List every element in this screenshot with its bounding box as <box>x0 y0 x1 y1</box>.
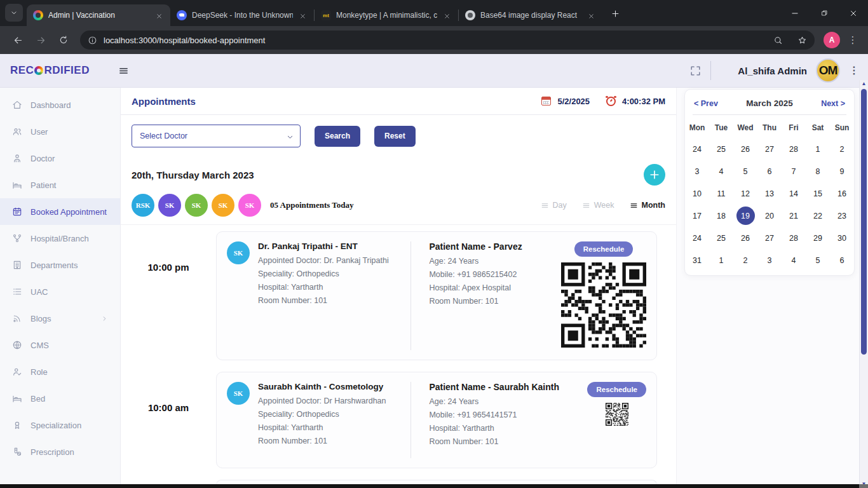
calendar-day[interactable]: 3 <box>685 160 709 182</box>
appointment-avatar-chip[interactable]: SK <box>212 194 234 217</box>
sidebar-item-cms[interactable]: CMS <box>0 332 120 358</box>
calendar-day-selected[interactable]: 19 <box>733 205 757 227</box>
sidebar-item-hospital-branch[interactable]: Hospital/Branch <box>0 225 120 252</box>
calendar-prev-link[interactable]: < Prev <box>694 99 718 108</box>
doctor-select[interactable]: Select Doctor <box>132 125 301 147</box>
calendar-day[interactable]: 20 <box>757 205 782 227</box>
calendar-day[interactable]: 2 <box>830 138 854 160</box>
appointment-avatar-chip[interactable]: SK <box>158 194 181 217</box>
calendar-day[interactable]: 17 <box>685 205 709 227</box>
reload-button[interactable] <box>53 30 74 50</box>
admin-avatar[interactable]: OM <box>816 58 840 83</box>
calendar-day[interactable]: 4 <box>709 160 733 182</box>
sidebar-item-booked-appointment[interactable]: Booked Appointment <box>0 198 120 225</box>
forward-button[interactable] <box>31 30 51 50</box>
tab-close-icon[interactable] <box>587 10 596 20</box>
calendar-day[interactable]: 5 <box>806 249 830 271</box>
sidebar-item-departments[interactable]: Departments <box>0 252 120 278</box>
appointment-avatar-chip[interactable]: RSK <box>132 194 154 217</box>
calendar-day[interactable]: 25 <box>709 227 733 249</box>
calendar-day[interactable]: 8 <box>806 160 830 182</box>
tab-deepseek[interactable]: DeepSeek - Into the Unknown <box>170 4 314 26</box>
vertical-scrollbar[interactable]: ▲ ▼ <box>859 80 868 488</box>
address-bar[interactable]: localhost:3000/hospital/booked-appointme… <box>80 30 815 50</box>
calendar-day[interactable]: 5 <box>733 160 757 182</box>
calendar-next-link[interactable]: Next > <box>821 99 845 108</box>
sidebar-item-specialization[interactable]: Specialization <box>0 412 120 438</box>
reschedule-button[interactable]: Reschedule <box>574 241 634 257</box>
calendar-day[interactable]: 2 <box>733 249 757 271</box>
new-tab-button[interactable] <box>606 4 624 22</box>
scrollbar-thumb[interactable] <box>861 89 867 355</box>
tab-close-icon[interactable] <box>154 10 164 20</box>
site-info-icon[interactable] <box>88 36 97 45</box>
calendar-day[interactable]: 29 <box>806 227 830 249</box>
sidebar-item-doctor[interactable]: Doctor <box>0 145 120 172</box>
sidebar-item-dashboard[interactable]: Dashboard <box>0 92 120 118</box>
sidebar-toggle-icon[interactable] <box>118 65 129 76</box>
calendar-day[interactable]: 6 <box>757 160 782 182</box>
reset-button[interactable]: Reset <box>374 126 416 147</box>
calendar-day[interactable]: 26 <box>733 227 757 249</box>
browser-profile-avatar[interactable]: A <box>824 32 840 48</box>
tab-close-icon[interactable] <box>442 10 452 20</box>
appointment-avatar-chip[interactable]: SK <box>185 194 208 217</box>
calendar-day[interactable]: 28 <box>782 227 806 249</box>
calendar-day[interactable]: 25 <box>709 138 733 160</box>
reschedule-button[interactable]: Reschedule <box>587 382 646 397</box>
calendar-day[interactable]: 13 <box>757 182 782 205</box>
calendar-day[interactable]: 3 <box>757 249 782 271</box>
tab-monkeytype[interactable]: mt Monkeytype | A minimalistic, cu <box>315 4 458 26</box>
sidebar-item-role[interactable]: Role <box>0 358 120 385</box>
calendar-day[interactable]: 14 <box>782 182 806 205</box>
calendar-day[interactable]: 10 <box>685 182 709 205</box>
appointment-card[interactable]: SK Saurabh Kainth - Cosmetology Appointe… <box>216 372 657 468</box>
tab-search-button[interactable] <box>5 4 23 22</box>
calendar-day[interactable]: 1 <box>806 138 830 160</box>
calendar-day[interactable]: 22 <box>806 205 830 227</box>
header-menu-icon[interactable]: ⋮ <box>849 66 859 75</box>
calendar-day[interactable]: 11 <box>709 182 733 205</box>
sidebar-item-patient[interactable]: Patient <box>0 172 120 198</box>
view-toggle-week[interactable]: Week <box>582 201 614 210</box>
calendar-day[interactable]: 27 <box>757 138 782 160</box>
calendar-day[interactable]: 28 <box>782 138 806 160</box>
calendar-day[interactable]: 6 <box>830 249 854 271</box>
calendar-day[interactable]: 18 <box>709 205 733 227</box>
calendar-day[interactable]: 24 <box>685 138 709 160</box>
view-toggle-day[interactable]: Day <box>541 201 567 210</box>
zoom-icon[interactable] <box>769 31 787 49</box>
search-button[interactable]: Search <box>315 126 360 147</box>
browser-menu-icon[interactable]: ⋮ <box>845 34 860 46</box>
tab-base64[interactable]: Base64 image display React <box>459 4 602 26</box>
calendar-day[interactable]: 12 <box>733 182 757 205</box>
view-toggle-month[interactable]: Month <box>630 201 665 210</box>
back-button[interactable] <box>8 30 28 50</box>
minimize-button[interactable] <box>780 0 810 26</box>
close-window-button[interactable] <box>839 0 868 26</box>
scroll-up-icon[interactable]: ▲ <box>860 80 868 88</box>
calendar-day[interactable]: 21 <box>782 205 806 227</box>
appointment-card[interactable]: SK Dr. Pankaj Tripathi - ENT Appointed D… <box>216 231 657 360</box>
appointment-avatar-chip[interactable]: SK <box>238 194 261 217</box>
sidebar-item-user[interactable]: User <box>0 118 120 145</box>
calendar-day[interactable]: 23 <box>830 205 854 227</box>
restore-button[interactable] <box>810 0 839 26</box>
sidebar-item-blogs[interactable]: Blogs <box>0 305 120 332</box>
sidebar-item-prescription[interactable]: Prescription <box>0 438 120 465</box>
calendar-day[interactable]: 7 <box>782 160 806 182</box>
sidebar-item-bed[interactable]: Bed <box>0 385 120 412</box>
tab-admin-vaccination[interactable]: Admin | Vaccination <box>27 4 170 26</box>
calendar-day[interactable]: 27 <box>757 227 782 249</box>
calendar-day[interactable]: 31 <box>685 249 709 271</box>
calendar-day[interactable]: 15 <box>806 182 830 205</box>
calendar-day[interactable]: 30 <box>830 227 854 249</box>
bookmark-star-icon[interactable] <box>793 31 811 49</box>
calendar-day[interactable]: 4 <box>782 249 806 271</box>
sidebar-item-uac[interactable]: UAC <box>0 278 120 305</box>
calendar-day[interactable]: 9 <box>830 160 854 182</box>
add-appointment-button[interactable] <box>644 164 665 186</box>
calendar-day[interactable]: 24 <box>685 227 709 249</box>
calendar-day[interactable]: 16 <box>830 182 854 205</box>
calendar-day[interactable]: 1 <box>709 249 733 271</box>
